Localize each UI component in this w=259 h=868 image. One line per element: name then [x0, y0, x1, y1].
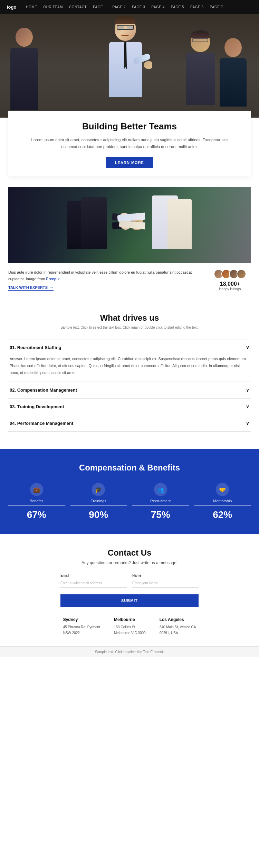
hero-section	[0, 14, 259, 118]
mentorship-label: Mentorship	[194, 499, 251, 506]
teamwork-image	[8, 187, 251, 263]
mentorship-percent: 62%	[194, 509, 251, 520]
email-input[interactable]	[60, 579, 127, 587]
footer-text: Sample text. Click to select the Text El…	[95, 650, 164, 654]
comp-card-recruitment: 👥 Recruitment 75%	[132, 483, 189, 520]
email-label: Email	[60, 574, 127, 577]
navigation: logo HOME OUR TEAM CONTACT PAGE 1 PAGE 2…	[0, 0, 259, 14]
accordion-item-1: 01. Recruitment Staffing ∨ Answer. Lorem…	[8, 339, 251, 382]
accordion-title-4: 04. Performance Management	[10, 421, 73, 426]
office-sydney: Sydney 45 Pirrama Rd, PyrmontNSW 2022	[63, 617, 100, 636]
compensation-section: Compensation & Benefits 💼 Benefits 67% 🎓…	[0, 449, 259, 534]
benefits-label: Benefits	[8, 499, 65, 506]
teamwork-left-content: Duis aute irure dolor in reprehenderit i…	[8, 269, 202, 291]
benefits-icon: 💼	[30, 483, 43, 496]
melbourne-city: Melbourne	[114, 617, 146, 622]
sydney-address: 45 Pirrama Rd, PyrmontNSW 2022	[63, 624, 100, 636]
hirings-label: Happy Hirings	[219, 287, 241, 291]
nav-page4[interactable]: PAGE 4	[151, 5, 164, 9]
compensation-grid: 💼 Benefits 67% 🎓 Trainings 90% 👥 Recruit…	[8, 483, 251, 520]
trainings-label: Trainings	[70, 499, 127, 506]
nav-page3[interactable]: PAGE 3	[132, 5, 145, 9]
drives-title: What drives us	[8, 313, 251, 323]
nav-page5[interactable]: PAGE 5	[171, 5, 184, 9]
avatar-4	[237, 269, 246, 279]
offices-section: Sydney 45 Pirrama Rd, PyrmontNSW 2022 Me…	[8, 617, 251, 636]
accordion-header-4[interactable]: 04. Performance Management ∨	[8, 415, 251, 431]
drives-subtitle: Sample text. Click to select the text bo…	[8, 326, 251, 329]
contact-subtitle: Any questions or remarks? Just write us …	[8, 560, 251, 565]
trainings-percent: 90%	[70, 509, 127, 520]
mentorship-icon: 🤝	[216, 483, 229, 496]
nav-page2[interactable]: PAGE 2	[113, 5, 126, 9]
nav-home[interactable]: HOME	[26, 5, 37, 9]
chevron-icon-1: ∨	[246, 345, 249, 350]
logo[interactable]: logo	[7, 4, 16, 10]
los-angeles-city: Los Angeles	[160, 617, 196, 622]
contact-title: Contact Us	[8, 548, 251, 558]
name-label: Name	[132, 574, 199, 577]
teamwork-text-block: Duis aute irure dolor in reprehenderit i…	[0, 263, 259, 299]
office-melbourne: Melbourne 163 Collins St,Melbourne VIC 3…	[114, 617, 146, 636]
accordion-header-1[interactable]: 01. Recruitment Staffing ∨	[8, 339, 251, 356]
nav-contact[interactable]: CONTACT	[69, 5, 87, 9]
accordion-title-2: 02. Compensation Management	[10, 387, 77, 393]
comp-card-trainings: 🎓 Trainings 90%	[70, 483, 127, 520]
talk-with-experts-link[interactable]: TALK WITH EXPERTS →	[8, 285, 54, 291]
accordion-item-3: 03. Training Development ∨	[8, 398, 251, 415]
submit-button[interactable]: SUBMIT	[60, 594, 199, 607]
los-angeles-address: 340 Main St, Venice CA90291, USA	[160, 624, 196, 636]
email-group: Email	[60, 574, 127, 587]
avatars-row	[214, 269, 246, 279]
intro-title: Building Better Teams	[19, 121, 240, 132]
nav-page6[interactable]: PAGE 6	[190, 5, 203, 9]
nav-page7[interactable]: PAGE 7	[210, 5, 223, 9]
nav-our-team[interactable]: OUR TEAM	[43, 5, 63, 9]
recruitment-percent: 75%	[132, 509, 189, 520]
compensation-title: Compensation & Benefits	[8, 463, 251, 473]
intro-card: Building Better Teams Lorem ipsum dolor …	[8, 111, 251, 176]
contact-form: Email Name SUBMIT	[60, 574, 199, 607]
happy-hirings-stats: 18,000+ Happy Hirings	[219, 281, 241, 291]
chevron-icon-4: ∨	[246, 421, 249, 426]
trainings-icon: 🎓	[92, 483, 105, 496]
accordion-item-2: 02. Compensation Management ∨	[8, 382, 251, 398]
accordion-header-2[interactable]: 02. Compensation Management ∨	[8, 382, 251, 398]
chevron-icon-3: ∨	[246, 404, 249, 409]
name-group: Name	[132, 574, 199, 587]
accordion-title-3: 03. Training Development	[10, 404, 64, 409]
intro-description: Lorem ipsum dolor sit amet, consectetur …	[29, 137, 230, 150]
melbourne-address: 163 Collins St,Melbourne VIC 3000	[114, 624, 146, 636]
comp-card-benefits: 💼 Benefits 67%	[8, 483, 65, 520]
recruitment-label: Recruitment	[132, 499, 189, 506]
freepik-link[interactable]: Freepik	[46, 277, 59, 281]
name-input[interactable]	[132, 579, 199, 587]
accordion-item-4: 04. Performance Management ∨	[8, 415, 251, 432]
comp-card-mentorship: 🤝 Mentorship 62%	[194, 483, 251, 520]
contact-form-row: Email Name	[60, 574, 199, 587]
benefits-percent: 67%	[8, 509, 65, 520]
arrow-icon: →	[50, 285, 54, 290]
contact-section: Contact Us Any questions or remarks? Jus…	[0, 534, 259, 646]
office-los-angeles: Los Angeles 340 Main St, Venice CA90291,…	[160, 617, 196, 636]
accordion-body-1: Answer. Lorem ipsum dolor sit amet, cons…	[8, 356, 251, 382]
footer: Sample text. Click to select the Text El…	[0, 646, 259, 657]
accordion-title-1: 01. Recruitment Staffing	[10, 345, 61, 350]
drives-section: What drives us Sample text. Click to sel…	[0, 299, 259, 439]
learn-more-button[interactable]: LEARN MORE	[106, 157, 153, 168]
teamwork-stats: 18,000+ Happy Hirings	[209, 269, 251, 291]
accordion-header-3[interactable]: 03. Training Development ∨	[8, 399, 251, 415]
sydney-city: Sydney	[63, 617, 100, 622]
teamwork-description: Duis aute irure dolor in reprehenderit i…	[8, 269, 202, 282]
teamwork-section: Duis aute irure dolor in reprehenderit i…	[0, 176, 259, 299]
hirings-count: 18,000+	[219, 281, 241, 287]
nav-page1[interactable]: PAGE 1	[93, 5, 106, 9]
chevron-icon-2: ∨	[246, 387, 249, 393]
recruitment-icon: 👥	[154, 483, 167, 496]
